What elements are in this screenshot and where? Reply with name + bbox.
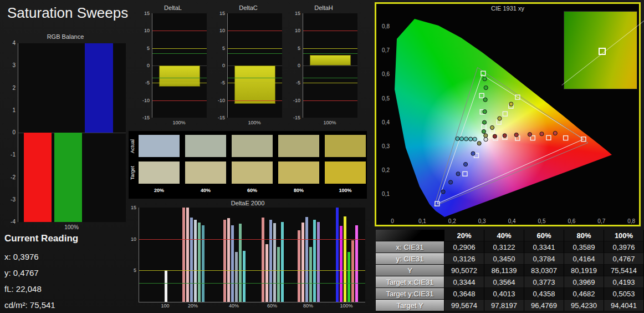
cie-measurement-point xyxy=(484,134,488,138)
deltae2000-panel[interactable]: DeltaE 2000 15105 10020%40%60%80%100% xyxy=(129,199,367,312)
deltae-x-label: 100 xyxy=(154,303,176,309)
cie-measurement-point xyxy=(469,137,473,141)
deltae-bar xyxy=(165,270,167,302)
delta-h-y-axis: 151050-5-10-15 xyxy=(288,13,301,118)
delta-y-tick-label: 15 xyxy=(144,11,150,16)
deltae-y-axis: 15105 xyxy=(129,208,137,302)
delta-y-tick-label: 0 xyxy=(298,63,300,68)
table-col-header: 80% xyxy=(564,230,604,241)
table-col-header: 20% xyxy=(444,230,484,241)
delta-c-panel[interactable]: DeltaC 151050-5-10-15 100% xyxy=(213,3,284,130)
deltae-bar xyxy=(186,208,189,302)
table-value-cell: 0,4013 xyxy=(484,288,524,300)
deltae-x-label: 20% xyxy=(182,303,204,309)
swatch-actual-1 xyxy=(185,135,226,157)
cie-measurement-point xyxy=(528,133,531,137)
rgb-bar-green xyxy=(54,133,82,222)
deltae-bar xyxy=(277,247,280,302)
table-value-cell: 0,3126 xyxy=(444,253,484,265)
page: Saturation Sweeps RGB Balance 43210-1-2-… xyxy=(0,0,644,313)
delta-h-x-label: 100% xyxy=(303,120,357,125)
cie-measurement-point xyxy=(514,133,518,137)
deltae-y-tick-label: 10 xyxy=(131,236,136,242)
table-value-cell: 96,4769 xyxy=(524,300,564,311)
swatch-col-label: 100% xyxy=(325,188,366,193)
cie-measurement-point xyxy=(483,98,487,102)
delta-y-tick-label: 5 xyxy=(147,46,150,51)
table-value-cell: 0,2906 xyxy=(444,241,484,253)
rgb-y-tick-label: -3 xyxy=(11,196,16,203)
table-value-cell: 0,3969 xyxy=(564,276,604,288)
reference-line xyxy=(303,100,357,101)
reference-line xyxy=(152,31,207,31)
rgb-y-tick-label: -2 xyxy=(11,174,16,180)
deltae-bar xyxy=(182,208,185,302)
table-value-cell: 0,3976 xyxy=(604,241,644,253)
table-row-label: y: CIE31 xyxy=(376,253,444,265)
rgb-balance-x-label: 100% xyxy=(18,224,125,230)
swatch-target-3 xyxy=(278,161,319,184)
cie-target-marker xyxy=(546,135,551,140)
swatch-target-0 xyxy=(139,161,180,184)
reading-line: cd/m²: 75,541 xyxy=(4,297,78,313)
rgb-balance-plot xyxy=(18,43,126,222)
delta-y-tick-label: -10 xyxy=(218,98,225,103)
table-row-label: x: CIE31 xyxy=(376,241,444,253)
table-row-label: Target Y xyxy=(376,300,444,311)
deltae-plot xyxy=(139,208,365,302)
delta-y-tick-label: -15 xyxy=(142,115,150,120)
reference-line xyxy=(228,53,282,54)
cie-measurement-point xyxy=(484,138,488,142)
swatch-target-1 xyxy=(185,161,226,184)
table-value-cell: 0,4164 xyxy=(564,253,604,265)
delta-h-panel[interactable]: DeltaH 151050-5-10-15 100% xyxy=(288,3,359,130)
cie-measurement-point xyxy=(482,129,485,133)
cie-measurement-point xyxy=(553,131,557,135)
deltae-bar xyxy=(313,220,316,302)
table-row-label: Target y:CIE31 xyxy=(376,288,444,300)
reading-line: x: 0,3976 xyxy=(4,249,78,265)
reference-line xyxy=(228,31,282,31)
deltae-bar xyxy=(355,225,358,302)
rgb-balance-title: RGB Balance xyxy=(3,33,127,40)
cie-measurement-point xyxy=(540,132,544,136)
rgb-balance-panel[interactable]: RGB Balance 43210-1-2-3-4 100% xyxy=(3,32,127,234)
swatch-actual-2 xyxy=(232,135,273,157)
delta-y-tick-label: 10 xyxy=(295,28,300,33)
delta-l-panel[interactable]: DeltaL 151050-5-10-15 100% xyxy=(137,3,208,130)
table-row-label: Y xyxy=(376,265,444,276)
deltae-bar xyxy=(194,220,197,302)
swatch-col-label: 60% xyxy=(232,188,273,193)
swatch-actual-4 xyxy=(325,135,366,157)
cie-target-marker xyxy=(564,136,568,140)
table-corner-cell xyxy=(376,230,444,241)
reference-line xyxy=(228,78,282,78)
deltae-bar xyxy=(301,223,304,302)
cie-measurement-point xyxy=(464,137,468,141)
cie-measurement-point xyxy=(498,117,502,120)
table-value-cell: 0,5053 xyxy=(604,288,644,300)
swatch-col-label: 40% xyxy=(185,188,226,193)
swatch-table[interactable]: ActualTarget20%40%60%80%100% xyxy=(129,131,367,199)
rgb-y-tick-label: 0 xyxy=(12,129,16,135)
deltae-bar xyxy=(239,224,242,302)
reference-line xyxy=(228,48,282,49)
table-value-cell: 0,3450 xyxy=(484,253,524,265)
cie-measurement-point xyxy=(441,190,445,194)
reference-line xyxy=(152,53,207,54)
swatch-row-label: Actual xyxy=(130,135,136,157)
rgb-y-tick-label: 4 xyxy=(12,40,16,46)
delta-y-tick-label: -5 xyxy=(296,80,300,85)
cie-target-marker xyxy=(530,136,535,140)
swatch-actual-0 xyxy=(139,135,180,157)
cie-chart-panel[interactable]: CIE 1931 xy 00,10,20,30,40,50,60,70,8 0,… xyxy=(375,2,641,226)
measurement-table[interactable]: 20%40%60%80%100%x: CIE310,29060,31220,33… xyxy=(376,230,644,311)
cie-measurement-point xyxy=(463,162,467,166)
cie-measurement-point xyxy=(503,134,507,138)
table-value-cell: 99,5674 xyxy=(444,300,484,311)
reference-line xyxy=(303,78,357,78)
reference-line xyxy=(303,53,357,54)
delta-c-x-label: 100% xyxy=(227,120,282,125)
delta-y-tick-label: 15 xyxy=(295,11,300,16)
table-value-cell: 0,3564 xyxy=(484,276,524,288)
